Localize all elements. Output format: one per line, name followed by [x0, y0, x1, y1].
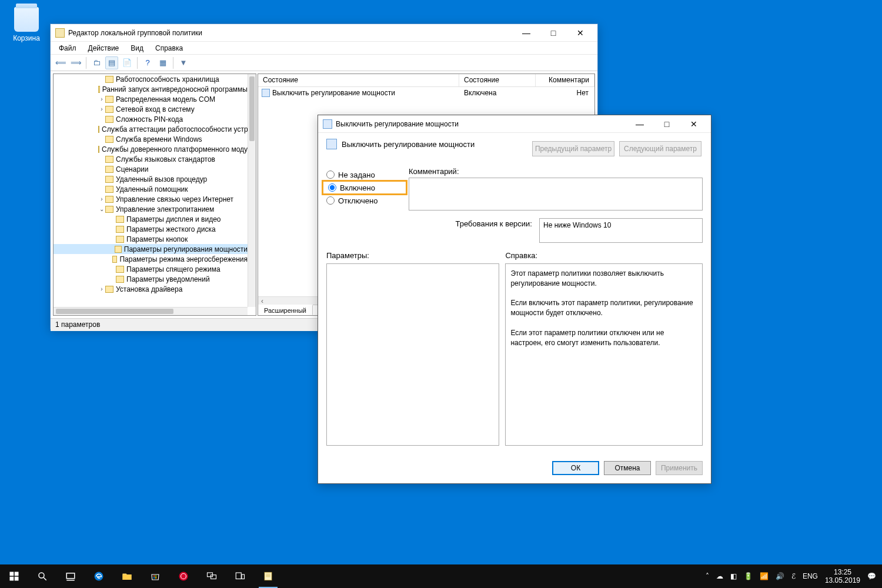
radio-disabled-input[interactable]	[326, 196, 335, 205]
list-header-name[interactable]: Состояние	[258, 74, 459, 86]
taskbar-app-red[interactable]	[169, 564, 198, 588]
toolbar-up-button[interactable]: 🗀	[90, 56, 103, 69]
tree-item[interactable]: Параметры уведомлений	[54, 274, 248, 284]
toolbar-properties-button[interactable]: ▦	[156, 56, 169, 69]
tray-chevron-up-icon[interactable]: ˄	[706, 572, 709, 580]
prev-setting-button[interactable]: Предыдущий параметр	[532, 141, 614, 156]
policy-maximize-button[interactable]: □	[653, 115, 680, 133]
taskbar-edge[interactable]	[85, 564, 113, 588]
tree-item[interactable]: Службы доверенного платформенного моду	[54, 144, 248, 154]
tree-caret-icon[interactable]: ›	[98, 106, 105, 112]
tree-item-label: Сложность PIN-кода	[116, 115, 183, 123]
tree-item[interactable]: ›Управление связью через Интернет	[54, 194, 248, 204]
radio-not-configured-input[interactable]	[326, 171, 335, 179]
taskbar-store[interactable]	[141, 564, 169, 588]
ok-button[interactable]: ОК	[552, 461, 599, 475]
tree-item[interactable]: ⌄Управление электропитанием	[54, 204, 248, 214]
tree-vertical-scrollbar[interactable]	[248, 74, 256, 307]
tree-item[interactable]: Сложность PIN-кода	[54, 114, 248, 124]
tray-wifi-icon[interactable]: 📶	[760, 572, 769, 580]
folder-icon	[105, 136, 113, 143]
policy-close-button[interactable]: ✕	[680, 115, 707, 133]
recycle-bin[interactable]: Корзина	[9, 7, 44, 42]
tray-battery-icon[interactable]: 🔋	[744, 572, 753, 580]
start-button[interactable]	[0, 564, 28, 588]
toolbar-forward-button[interactable]: ⟹	[69, 56, 82, 69]
tree-item[interactable]: Удаленный вызов процедур	[54, 174, 248, 184]
policy-titlebar[interactable]: Выключить регулирование мощности — □ ✕	[318, 115, 711, 133]
tree-caret-icon[interactable]: ›	[98, 286, 105, 292]
tree-item[interactable]: Удаленный помощник	[54, 184, 248, 194]
taskbar-app-device[interactable]	[226, 564, 254, 588]
gpedit-titlebar[interactable]: Редактор локальной групповой политики — …	[51, 24, 597, 42]
list-header-comment[interactable]: Комментари	[536, 74, 594, 86]
tree-item[interactable]: ›Сетевой вход в систему	[54, 104, 248, 114]
menu-file[interactable]: Файл	[54, 43, 81, 54]
tray-graphics-icon[interactable]: ◧	[730, 572, 737, 580]
tree-item[interactable]: Параметры спящего режима	[54, 264, 248, 274]
folder-icon	[105, 176, 113, 183]
radio-enabled-input[interactable]	[328, 183, 336, 192]
toolbar-export-button[interactable]: 📄	[121, 56, 133, 69]
tree-item-label: Параметры кнопок	[126, 235, 188, 243]
help-box: Этот параметр политики позволяет выключи…	[505, 263, 703, 446]
tree-item[interactable]: Параметры жесткого диска	[54, 224, 248, 234]
radio-disabled[interactable]: Отключено	[326, 193, 403, 208]
tree-caret-icon[interactable]: ⌄	[98, 206, 105, 212]
search-button[interactable]	[28, 564, 56, 588]
svg-rect-9	[123, 574, 132, 580]
policy-minimize-button[interactable]: —	[626, 115, 653, 133]
tree-item[interactable]: Сценарии	[54, 164, 248, 174]
menu-view[interactable]: Вид	[126, 43, 148, 54]
tree-horizontal-scrollbar[interactable]	[54, 307, 248, 315]
tab-extended[interactable]: Расширенный	[258, 305, 313, 315]
tree-item[interactable]: Параметры кнопок	[54, 234, 248, 244]
tree-item[interactable]: Служба времени Windows	[54, 134, 248, 144]
menu-help[interactable]: Справка	[151, 43, 188, 54]
toolbar-filter-button[interactable]: ▼	[177, 56, 190, 69]
tree-item[interactable]: Службы языковых стандартов	[54, 154, 248, 164]
comment-textarea[interactable]	[409, 178, 703, 211]
taskbar-explorer[interactable]	[113, 564, 141, 588]
tray-volume-icon[interactable]: 🔊	[776, 572, 784, 580]
help-label: Справка:	[505, 251, 703, 260]
scroll-left-icon[interactable]: ‹	[258, 297, 266, 305]
tree-caret-icon[interactable]: ›	[98, 196, 105, 202]
tree-item[interactable]: ›Установка драйвера	[54, 284, 248, 294]
taskbar-gpedit[interactable]	[254, 564, 282, 588]
tree-item[interactable]: ›Распределенная модель COM	[54, 94, 248, 104]
tray-onedrive-icon[interactable]: ☁	[716, 572, 723, 580]
gpedit-minimize-button[interactable]: —	[513, 24, 540, 42]
gpedit-maximize-button[interactable]: □	[540, 24, 567, 42]
tray-clock[interactable]: 13:25 13.05.2019	[825, 568, 860, 585]
tray-action-center-icon[interactable]: 💬	[867, 572, 876, 580]
tray-language[interactable]: ENG	[803, 572, 818, 580]
toolbar-details-button[interactable]: ▤	[105, 56, 118, 69]
menu-action[interactable]: Действие	[83, 43, 124, 54]
list-row[interactable]: Выключить регулирование мощности Включен…	[258, 87, 594, 99]
task-view-button[interactable]	[56, 564, 85, 588]
tree-item[interactable]: Служба аттестации работоспособности устр	[54, 124, 248, 134]
apply-button[interactable]: Применить	[656, 461, 703, 475]
tree-item[interactable]: Ранний запуск антивредоносной программы	[54, 84, 248, 94]
toolbar-help-button[interactable]: ?	[141, 56, 154, 69]
taskbar-app-monitors[interactable]	[198, 564, 226, 588]
cancel-button[interactable]: Отмена	[604, 461, 651, 475]
folder-icon	[105, 156, 113, 163]
tray-app-icon[interactable]: ℰ	[791, 572, 796, 580]
tree-caret-icon[interactable]: ›	[98, 96, 105, 102]
gpedit-menubar: Файл Действие Вид Справка	[51, 42, 597, 55]
svg-rect-11	[155, 576, 156, 577]
gpedit-close-button[interactable]: ✕	[567, 24, 594, 42]
tree-item-label: Управление электропитанием	[116, 205, 214, 213]
tree-item[interactable]: Параметры регулирования мощности	[54, 244, 248, 254]
tree-item[interactable]: Параметры дисплея и видео	[54, 214, 248, 224]
tree-item[interactable]: Параметры режима энергосбережения	[54, 254, 248, 264]
gpedit-icon	[55, 28, 65, 38]
tree-item[interactable]: Работоспособность хранилища	[54, 74, 248, 84]
list-header[interactable]: Состояние Состояние Комментари	[258, 74, 594, 87]
next-setting-button[interactable]: Следующий параметр	[619, 141, 701, 156]
toolbar-back-button[interactable]: ⟸	[54, 56, 67, 69]
tree-item-label: Служба времени Windows	[116, 135, 202, 143]
list-header-state[interactable]: Состояние	[459, 74, 536, 86]
